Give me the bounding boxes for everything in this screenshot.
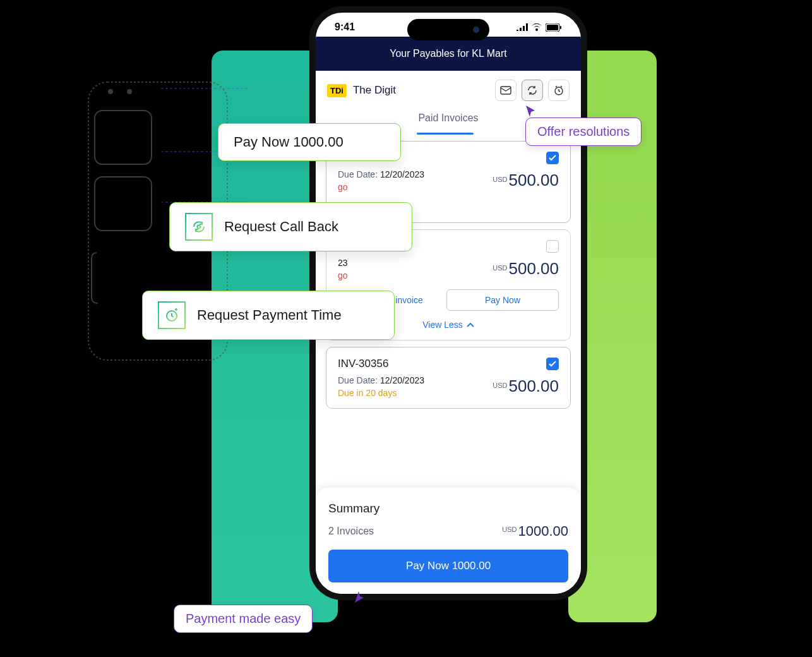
- svg-rect-10: [560, 26, 561, 29]
- summary-total: USD1000.00: [502, 523, 568, 539]
- signal-icon: [516, 23, 528, 31]
- invoice-checkbox[interactable]: [546, 152, 559, 164]
- merchant-row: TDi The Digit: [316, 71, 581, 110]
- amount: USD500.00: [493, 171, 559, 190]
- invoice-id: INV-30356: [338, 358, 388, 370]
- svg-rect-9: [547, 25, 558, 30]
- callout-label: Request Payment Time: [197, 307, 342, 323]
- svg-point-13: [198, 226, 201, 229]
- status-time: 9:41: [335, 21, 355, 33]
- cursor-icon: [525, 104, 537, 119]
- mail-icon: [500, 86, 511, 95]
- page-title: Your Payables for KL Mart: [316, 37, 581, 71]
- pay-now-button[interactable]: Pay Now: [446, 289, 559, 311]
- callout-label: Request Call Back: [224, 219, 338, 235]
- clock-plus-icon: [158, 301, 186, 329]
- amount: USD500.00: [493, 377, 559, 396]
- invoice-checkbox[interactable]: [546, 358, 559, 370]
- callback-icon: [185, 213, 213, 241]
- summary-title: Summary: [328, 502, 568, 515]
- pay-now-primary-button[interactable]: Pay Now 1000.00: [328, 550, 568, 582]
- svg-rect-1: [95, 111, 152, 164]
- svg-rect-11: [501, 87, 511, 94]
- annotation-payment-easy: Payment made easy: [174, 605, 313, 633]
- battery-icon: [546, 23, 562, 32]
- clock-button[interactable]: [548, 80, 570, 101]
- wifi-icon: [532, 23, 542, 31]
- check-icon: [549, 155, 556, 161]
- summary-panel: Summary 2 Invoices USD1000.00 Pay Now 10…: [316, 488, 581, 594]
- tab-paid[interactable]: Paid Invoices: [418, 112, 478, 126]
- callout-label: Pay Now 1000.00: [234, 134, 343, 150]
- summary-count: 2 Invoices: [328, 526, 374, 537]
- tab-underline: [417, 133, 474, 135]
- callout-pay-now[interactable]: Pay Now 1000.00: [218, 123, 401, 161]
- svg-point-3: [109, 90, 112, 93]
- merchant-logo: TDi: [327, 84, 347, 97]
- amount: USD500.00: [493, 259, 559, 279]
- invoice-checkbox[interactable]: [546, 240, 559, 253]
- clock-icon: [553, 85, 564, 96]
- invoice-card[interactable]: INV-30356 Due Date: 12/20/2023 Due in 20…: [326, 347, 571, 409]
- callout-request-callback[interactable]: Request Call Back: [169, 202, 412, 251]
- callout-request-payment-time[interactable]: Request Payment Time: [142, 291, 395, 340]
- status-icons: [516, 23, 562, 32]
- refresh-icon: [527, 85, 538, 96]
- refresh-button[interactable]: [522, 80, 543, 101]
- merchant-name: The Digit: [353, 84, 396, 97]
- check-icon: [549, 361, 556, 367]
- notch: [407, 19, 489, 40]
- chevron-up-icon: [467, 322, 474, 327]
- cursor-icon: [354, 589, 366, 604]
- annotation-offer-resolutions: Offer resolutions: [525, 118, 642, 146]
- svg-point-4: [128, 90, 131, 93]
- svg-rect-2: [95, 177, 152, 231]
- mail-button[interactable]: [495, 80, 516, 101]
